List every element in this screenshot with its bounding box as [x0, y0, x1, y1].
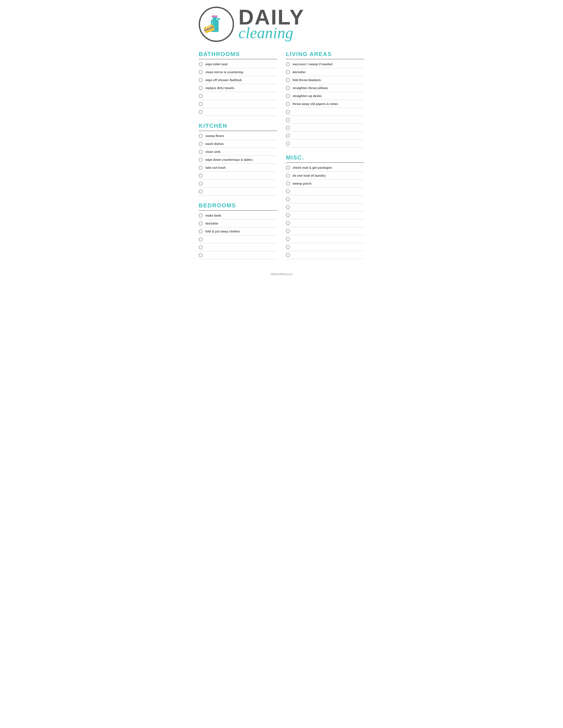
- bathrooms-title: BATHROOMS: [199, 51, 277, 58]
- checkbox-circle[interactable]: [286, 166, 290, 170]
- checklist-item[interactable]: [199, 180, 277, 188]
- checkbox-circle[interactable]: [286, 86, 290, 90]
- item-label: wipe toilet seat: [205, 62, 227, 66]
- kitchen-divider: [199, 131, 277, 131]
- checklist-item[interactable]: [199, 108, 277, 116]
- checklist-item[interactable]: fold throw blankets: [286, 76, 364, 84]
- checklist-item[interactable]: fold & put away clothes: [199, 227, 277, 235]
- checkbox-circle[interactable]: [199, 102, 203, 106]
- living-areas-title: LIVING AREAS: [286, 51, 364, 58]
- checkbox-circle[interactable]: [286, 110, 290, 114]
- checkbox-circle[interactable]: [199, 237, 203, 241]
- checkbox-circle[interactable]: [286, 190, 290, 193]
- checklist-item[interactable]: [199, 188, 277, 195]
- checkbox-circle[interactable]: [286, 205, 290, 209]
- checklist-item[interactable]: clean mirror & countertop: [199, 68, 277, 76]
- checklist-item[interactable]: [199, 172, 277, 180]
- checklist-item[interactable]: [286, 124, 364, 132]
- checkbox-circle[interactable]: [286, 197, 290, 201]
- checklist-item[interactable]: [286, 235, 364, 243]
- checkbox-circle[interactable]: [199, 229, 203, 233]
- bedrooms-section: BEDROOMS make bedsdeclutterfold & put aw…: [199, 202, 277, 259]
- bedrooms-checklist: make bedsdeclutterfold & put away clothe…: [199, 212, 277, 259]
- checklist-item[interactable]: throw away old papers & notes: [286, 100, 364, 108]
- checkbox-circle[interactable]: [199, 70, 203, 74]
- checklist-item[interactable]: sweep floors: [199, 132, 277, 140]
- checklist-item[interactable]: [199, 251, 277, 259]
- checklist-item[interactable]: [286, 251, 364, 259]
- checkbox-circle[interactable]: [286, 102, 290, 106]
- checkbox-circle[interactable]: [286, 245, 290, 249]
- checkbox-circle[interactable]: [199, 190, 203, 193]
- checklist-item[interactable]: [199, 243, 277, 251]
- bathrooms-section: BATHROOMS wipe toilet seatclean mirror &…: [199, 51, 277, 116]
- checklist-item[interactable]: do one load of laundry: [286, 172, 364, 180]
- checklist-item[interactable]: [286, 188, 364, 195]
- checkbox-circle[interactable]: [286, 221, 290, 225]
- checkbox-circle[interactable]: [286, 237, 290, 241]
- checklist-item[interactable]: [286, 108, 364, 116]
- checkbox-circle[interactable]: [286, 253, 290, 257]
- checklist-item[interactable]: [286, 195, 364, 203]
- checkbox-circle[interactable]: [199, 166, 203, 170]
- checklist-item[interactable]: declutter: [199, 220, 277, 227]
- checkbox-circle[interactable]: [286, 126, 290, 130]
- checkbox-circle[interactable]: [199, 62, 203, 66]
- checkbox-circle[interactable]: [286, 229, 290, 233]
- checklist-item[interactable]: replace dirty towels: [199, 84, 277, 92]
- page-header: DAILY cleaning: [199, 7, 364, 42]
- checklist-item[interactable]: make beds: [199, 212, 277, 220]
- checkbox-circle[interactable]: [199, 174, 203, 178]
- checkbox-circle[interactable]: [286, 213, 290, 217]
- bedrooms-title: BEDROOMS: [199, 202, 277, 209]
- main-content: BATHROOMS wipe toilet seatclean mirror &…: [199, 51, 364, 266]
- checkbox-circle[interactable]: [199, 221, 203, 225]
- checklist-item[interactable]: [199, 100, 277, 108]
- checklist-item[interactable]: [199, 92, 277, 100]
- checkbox-circle[interactable]: [199, 78, 203, 82]
- checklist-item[interactable]: wash dishes: [199, 140, 277, 148]
- checklist-item[interactable]: wipe off shower /bathtub: [199, 76, 277, 84]
- checkbox-circle[interactable]: [199, 142, 203, 146]
- checklist-item[interactable]: vaccuum / sweep if needed: [286, 60, 364, 68]
- checklist-item[interactable]: take out trash: [199, 164, 277, 172]
- checkbox-circle[interactable]: [199, 150, 203, 154]
- checkbox-circle[interactable]: [286, 118, 290, 122]
- checklist-item[interactable]: wipe down countertops & tables: [199, 156, 277, 164]
- checklist-item[interactable]: [286, 140, 364, 148]
- checklist-item[interactable]: [286, 227, 364, 235]
- checklist-item[interactable]: wipe toilet seat: [199, 60, 277, 68]
- checkbox-circle[interactable]: [286, 62, 290, 66]
- checkbox-circle[interactable]: [286, 182, 290, 186]
- checkbox-circle[interactable]: [199, 86, 203, 90]
- checklist-item[interactable]: [286, 219, 364, 227]
- checklist-item[interactable]: [286, 116, 364, 124]
- checklist-item[interactable]: [286, 132, 364, 140]
- checkbox-circle[interactable]: [199, 110, 203, 114]
- checkbox-circle[interactable]: [199, 158, 203, 162]
- checkbox-circle[interactable]: [286, 78, 290, 82]
- checkbox-circle[interactable]: [199, 253, 203, 257]
- checklist-item[interactable]: [286, 203, 364, 211]
- checklist-item[interactable]: check mail & get packages: [286, 164, 364, 172]
- checkbox-circle[interactable]: [199, 134, 203, 138]
- kitchen-section: KITCHEN sweep floorswash dishesclean sin…: [199, 122, 277, 195]
- checklist-item[interactable]: straighten throw pillows: [286, 84, 364, 92]
- checkbox-circle[interactable]: [199, 182, 203, 186]
- checklist-item[interactable]: [286, 243, 364, 251]
- checklist-item[interactable]: clean sink: [199, 148, 277, 156]
- svg-point-6: [208, 26, 210, 28]
- checkbox-circle[interactable]: [286, 94, 290, 98]
- checkbox-circle[interactable]: [286, 70, 290, 74]
- checkbox-circle[interactable]: [286, 134, 290, 138]
- checkbox-circle[interactable]: [199, 94, 203, 98]
- checkbox-circle[interactable]: [286, 142, 290, 146]
- checklist-item[interactable]: sweep porch: [286, 180, 364, 188]
- checklist-item[interactable]: straighten up desks: [286, 92, 364, 100]
- checklist-item[interactable]: [286, 211, 364, 219]
- checkbox-circle[interactable]: [199, 245, 203, 249]
- checkbox-circle[interactable]: [199, 214, 203, 218]
- checklist-item[interactable]: [199, 235, 277, 243]
- checkbox-circle[interactable]: [286, 174, 290, 178]
- checklist-item[interactable]: declutter: [286, 68, 364, 76]
